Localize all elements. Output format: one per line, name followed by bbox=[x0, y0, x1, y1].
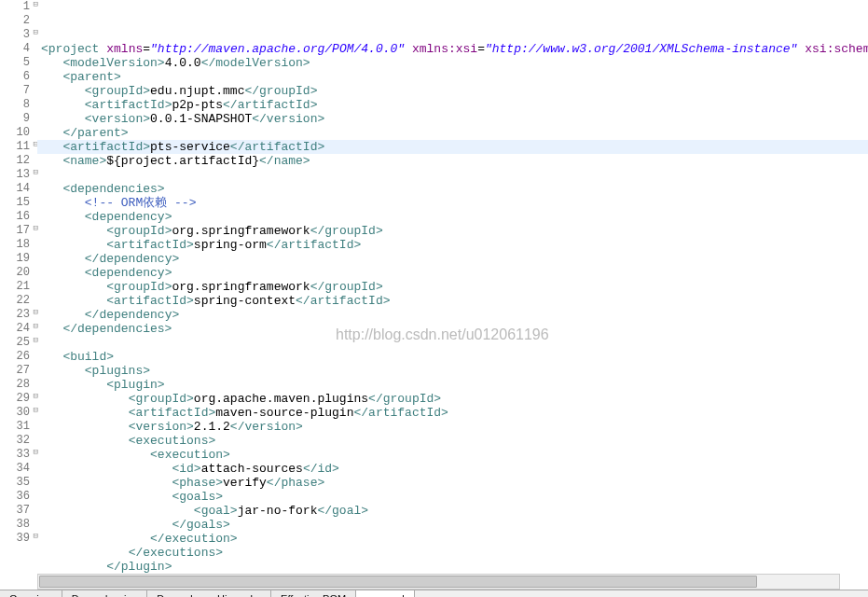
code-line[interactable]: </goals> bbox=[37, 518, 868, 532]
token-txt bbox=[41, 350, 62, 364]
token-tag: </artifactId> bbox=[353, 406, 448, 420]
token-txt bbox=[41, 532, 150, 546]
code-line[interactable]: </dependency> bbox=[37, 308, 868, 322]
token-comment: <!-- ORM依赖 --> bbox=[85, 196, 197, 210]
token-tag: </dependency> bbox=[85, 252, 179, 266]
code-line[interactable]: <artifactId>spring-context</artifactId> bbox=[37, 294, 868, 308]
scrollbar-thumb[interactable] bbox=[39, 576, 757, 588]
line-number: 10 bbox=[0, 126, 35, 140]
token-txt bbox=[41, 420, 129, 434]
code-line[interactable]: <goals> bbox=[37, 490, 868, 504]
token-txt bbox=[41, 406, 129, 420]
token-txt bbox=[41, 378, 106, 392]
line-number: 22 bbox=[0, 294, 35, 308]
token-txt bbox=[41, 266, 85, 280]
token-txt bbox=[405, 42, 412, 56]
horizontal-scrollbar[interactable] bbox=[37, 574, 840, 590]
code-line[interactable]: <version>0.0.1-SNAPSHOT</version> bbox=[37, 112, 868, 126]
code-line[interactable]: <project xmlns="http://maven.apache.org/… bbox=[37, 42, 868, 56]
code-line[interactable]: <groupId>edu.njupt.mmc</groupId> bbox=[37, 84, 868, 98]
line-number: 7 bbox=[0, 84, 35, 98]
code-line[interactable]: <!-- ORM依赖 --> bbox=[37, 196, 868, 210]
token-txt bbox=[41, 504, 194, 518]
code-line[interactable]: <dependency> bbox=[37, 266, 868, 280]
code-line[interactable]: </dependency> bbox=[37, 252, 868, 266]
token-txt bbox=[41, 434, 129, 448]
line-number: 28 bbox=[0, 378, 35, 392]
token-tag: </groupId> bbox=[244, 84, 317, 98]
token-tag: </goals> bbox=[172, 518, 229, 532]
token-txt bbox=[41, 98, 85, 112]
tab-effective-pom[interactable]: Effective POM bbox=[271, 590, 356, 597]
code-line[interactable]: <dependency> bbox=[37, 210, 868, 224]
token-tag: </execution> bbox=[150, 532, 238, 546]
token-txt: 4.0.0 bbox=[165, 56, 201, 70]
line-number: 19 bbox=[0, 252, 35, 266]
line-number: 5 bbox=[0, 56, 35, 70]
code-line[interactable]: <plugins> bbox=[37, 364, 868, 378]
line-number: 32 bbox=[0, 434, 35, 448]
line-number: 1⊟ bbox=[0, 0, 35, 14]
code-editor[interactable]: 1⊟23⊟4567891011⊟1213⊟14151617⊟1819202122… bbox=[0, 0, 868, 574]
token-txt: org.springframework bbox=[172, 224, 310, 238]
token-txt bbox=[41, 322, 62, 336]
code-line[interactable]: <build> bbox=[37, 350, 868, 364]
token-tag: <artifactId> bbox=[106, 238, 194, 252]
code-line[interactable]: <id>attach-sources</id> bbox=[37, 462, 868, 476]
line-number: 4 bbox=[0, 42, 35, 56]
tab-pom.xml[interactable]: pom.xml bbox=[356, 590, 415, 597]
token-txt bbox=[41, 84, 85, 98]
code-line[interactable]: <goal>jar-no-fork</goal> bbox=[37, 504, 868, 518]
code-line[interactable]: <artifactId>maven-source-plugin</artifac… bbox=[37, 406, 868, 420]
code-line[interactable]: <dependencies> bbox=[37, 182, 868, 196]
code-line[interactable]: <modelVersion>4.0.0</modelVersion> bbox=[37, 56, 868, 70]
token-tag: <executions> bbox=[129, 434, 216, 448]
code-line[interactable]: </dependencies> bbox=[37, 322, 868, 336]
token-txt: spring-orm bbox=[194, 238, 267, 252]
token-tag: </artifactId> bbox=[296, 294, 390, 308]
code-line[interactable]: <parent> bbox=[37, 70, 868, 84]
token-tag: <plugin> bbox=[106, 378, 164, 392]
token-tag: </parent> bbox=[62, 126, 128, 140]
token-tag: </groupId> bbox=[368, 392, 441, 406]
token-txt: = bbox=[143, 42, 150, 56]
code-line[interactable] bbox=[37, 168, 868, 182]
token-txt: edu.njupt.mmc bbox=[150, 84, 244, 98]
token-txt: 0.0.1-SNAPSHOT bbox=[150, 112, 252, 126]
code-line[interactable]: <groupId>org.apache.maven.plugins</group… bbox=[37, 392, 868, 406]
code-area[interactable]: http://blog.csdn.net/u012061196 <project… bbox=[37, 0, 868, 574]
line-number: 11⊟ bbox=[0, 140, 35, 154]
line-number: 34 bbox=[0, 462, 35, 476]
tab-dependencies[interactable]: Dependencies bbox=[62, 590, 147, 597]
code-line[interactable]: <plugin> bbox=[37, 378, 868, 392]
code-line[interactable]: <name>${project.artifactId}</name> bbox=[37, 154, 868, 168]
token-tag: <phase> bbox=[172, 476, 223, 490]
token-tag: <name> bbox=[62, 154, 106, 168]
code-line[interactable]: <groupId>org.springframework</groupId> bbox=[37, 224, 868, 238]
line-number: 37 bbox=[0, 504, 35, 518]
line-number: 20 bbox=[0, 266, 35, 280]
code-line[interactable]: </executions> bbox=[37, 546, 868, 560]
code-line[interactable]: <artifactId>pts-service</artifactId> bbox=[37, 140, 868, 154]
tab-dependency-hierarchy[interactable]: Dependency Hierarchy bbox=[147, 590, 271, 597]
code-line[interactable]: <executions> bbox=[37, 434, 868, 448]
token-tag: </artifactId> bbox=[223, 98, 317, 112]
code-line[interactable]: </execution> bbox=[37, 532, 868, 546]
code-line[interactable]: <version>2.1.2</version> bbox=[37, 420, 868, 434]
token-str: "http://maven.apache.org/POM/4.0.0" bbox=[150, 42, 405, 56]
token-tag: </artifactId> bbox=[267, 238, 361, 252]
code-line[interactable]: </plugin> bbox=[37, 560, 868, 574]
code-line[interactable]: <phase>verify</phase> bbox=[37, 476, 868, 490]
tab-overview[interactable]: Overview bbox=[0, 590, 62, 597]
code-line[interactable] bbox=[37, 336, 868, 350]
code-line[interactable]: <artifactId>p2p-pts</artifactId> bbox=[37, 98, 868, 112]
line-number: 6 bbox=[0, 70, 35, 84]
code-line[interactable]: <artifactId>spring-orm</artifactId> bbox=[37, 238, 868, 252]
line-number: 26 bbox=[0, 350, 35, 364]
line-number: 36 bbox=[0, 490, 35, 504]
code-line[interactable]: <execution> bbox=[37, 448, 868, 462]
line-number: 12 bbox=[0, 154, 35, 168]
code-line[interactable]: </parent> bbox=[37, 126, 868, 140]
line-number: 3⊟ bbox=[0, 28, 35, 42]
code-line[interactable]: <groupId>org.springframework</groupId> bbox=[37, 280, 868, 294]
